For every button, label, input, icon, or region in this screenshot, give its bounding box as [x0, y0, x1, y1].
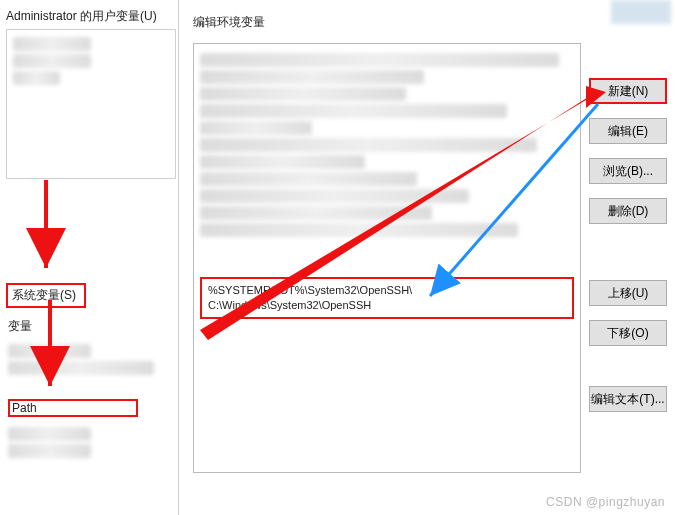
path-entry[interactable]: %SYSTEMROOT%\System32\OpenSSH\ [208, 283, 566, 298]
list-item[interactable] [200, 206, 432, 220]
list-item[interactable] [8, 361, 154, 375]
column-header-variable: 变量 [8, 318, 176, 335]
sysvar-path-row[interactable]: Path [8, 399, 138, 417]
list-item[interactable] [200, 223, 518, 237]
list-item[interactable] [200, 121, 312, 135]
list-item[interactable] [13, 71, 60, 85]
list-item[interactable] [13, 37, 91, 51]
list-item[interactable] [13, 54, 91, 68]
browse-button[interactable]: 浏览(B)... [589, 158, 667, 184]
list-item[interactable] [200, 172, 417, 186]
list-item[interactable] [8, 344, 91, 358]
path-entry[interactable]: C:\Windows\System32\OpenSSH [208, 298, 566, 313]
list-item[interactable] [200, 104, 507, 118]
delete-button[interactable]: 删除(D) [589, 198, 667, 224]
user-vars-label: Administrator 的用户变量(U) [6, 8, 176, 25]
list-item[interactable] [8, 427, 91, 441]
new-button[interactable]: 新建(N) [589, 78, 667, 104]
list-item[interactable] [200, 70, 424, 84]
system-vars-listbox[interactable]: Path [6, 339, 176, 463]
list-item[interactable] [200, 87, 406, 101]
list-item[interactable] [200, 53, 559, 67]
edit-text-button[interactable]: 编辑文本(T)... [589, 386, 667, 412]
system-vars-label: 系统变量(S) [6, 283, 86, 308]
list-item[interactable] [200, 138, 537, 152]
user-vars-listbox[interactable] [6, 29, 176, 179]
list-item[interactable] [8, 444, 91, 458]
path-entries-listbox[interactable]: %SYSTEMROOT%\System32\OpenSSH\ C:\Window… [193, 43, 581, 473]
list-item[interactable] [200, 155, 365, 169]
edit-button[interactable]: 编辑(E) [589, 118, 667, 144]
highlighted-path-entries[interactable]: %SYSTEMROOT%\System32\OpenSSH\ C:\Window… [200, 277, 574, 319]
move-up-button[interactable]: 上移(U) [589, 280, 667, 306]
list-item[interactable] [200, 189, 469, 203]
watermark: CSDN @pingzhuyan [546, 495, 665, 509]
dialog-title: 编辑环境变量 [193, 14, 581, 31]
move-down-button[interactable]: 下移(O) [589, 320, 667, 346]
